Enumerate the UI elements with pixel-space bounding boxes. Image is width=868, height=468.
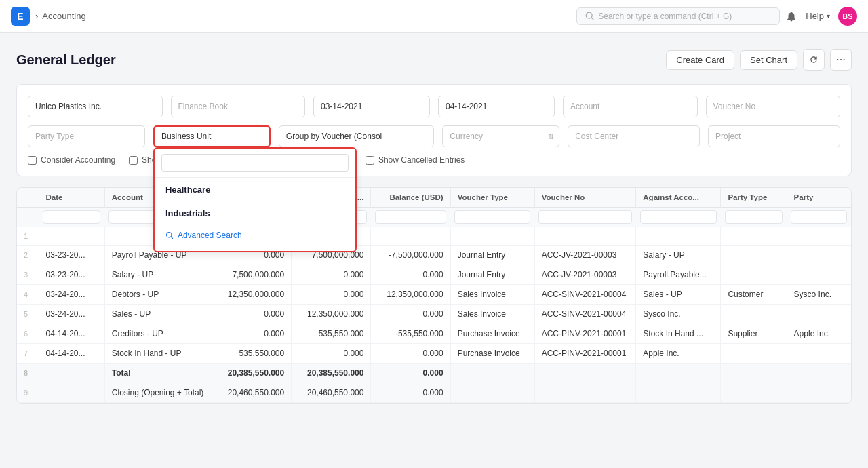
- cell-party-type: Supplier: [721, 324, 787, 344]
- create-card-button[interactable]: Create Card: [666, 50, 734, 70]
- filter-cell-against: [636, 208, 721, 227]
- refresh-button[interactable]: [803, 49, 825, 71]
- filter-voucher-type-input[interactable]: [454, 210, 530, 224]
- cell-balance: [371, 227, 450, 246]
- table-row: 403-24-20...Debtors - UP12,350,000.0000.…: [17, 285, 851, 305]
- cell-voucher-type: Purchase Invoice: [450, 344, 534, 364]
- col-balance: Balance (USD): [371, 188, 450, 208]
- cell-balance: -535,550.000: [371, 324, 450, 344]
- voucher-no-input[interactable]: [706, 96, 841, 117]
- cell-date: 04-14-20...: [39, 324, 104, 344]
- chevron-down-icon: ▾: [827, 12, 830, 20]
- table-row: 303-23-20...Salary - UP7,500,000.0000.00…: [17, 265, 851, 285]
- group-by-input[interactable]: [279, 125, 434, 147]
- dropdown-item-healthcare[interactable]: Healthcare: [155, 178, 355, 201]
- notification-button[interactable]: [785, 10, 797, 22]
- party-type-input[interactable]: [28, 125, 145, 147]
- cell-against: Sysco Inc.: [636, 305, 721, 324]
- cell-party-type: Customer: [721, 285, 787, 305]
- cell-against: Salary - UP: [636, 246, 721, 265]
- filter-cell-party: [787, 208, 851, 227]
- cell-party-type: [721, 227, 787, 246]
- show-cancelled-checkbox[interactable]: [366, 156, 374, 165]
- cell-date: [39, 383, 104, 403]
- cell-voucher-type: Sales Invoice: [450, 285, 534, 305]
- cell-against: Sales - UP: [636, 285, 721, 305]
- cell-credit: 12,350,000.000: [292, 305, 371, 324]
- table-row: 604-14-20...Creditors - UP0.000535,550.0…: [17, 324, 851, 344]
- cell-balance: 0.000: [371, 344, 450, 364]
- cell-debit: 0.000: [212, 305, 291, 324]
- main-content: General Ledger Create Card Set Chart: [0, 33, 868, 404]
- col-party: Party: [787, 188, 851, 208]
- avatar[interactable]: BS: [838, 7, 857, 26]
- cell-against: Stock In Hand ...: [636, 324, 721, 344]
- col-voucher-type: Voucher Type: [450, 188, 534, 208]
- filter-against-input[interactable]: [640, 210, 717, 224]
- cell-voucher-type: [450, 227, 534, 246]
- cell-idx: 2: [17, 246, 39, 265]
- project-input[interactable]: [708, 125, 840, 147]
- cell-credit: 0.000: [292, 285, 371, 305]
- cell-debit: 20,460,550.000: [212, 383, 291, 403]
- business-unit-input[interactable]: [153, 125, 271, 147]
- cell-balance: 0.000: [371, 383, 450, 403]
- breadcrumb-accounting[interactable]: Accounting: [42, 11, 85, 21]
- more-options-button[interactable]: [830, 49, 852, 71]
- filter-balance-input[interactable]: [375, 210, 446, 224]
- cell-credit: 0.000: [292, 265, 371, 285]
- from-date-input[interactable]: [313, 96, 430, 117]
- cost-center-input[interactable]: [568, 125, 700, 147]
- business-unit-dropdown: Healthcare Industrials Advanced Search: [153, 147, 357, 252]
- navbar-actions: Help ▾ BS: [785, 7, 857, 26]
- cell-voucher-no: ACC-JV-2021-00003: [534, 265, 636, 285]
- cell-date: 03-24-20...: [39, 305, 104, 324]
- dropdown-item-industrials[interactable]: Industrials: [155, 201, 355, 225]
- filter-date-input[interactable]: [43, 210, 100, 224]
- cell-party: [787, 305, 851, 324]
- help-button[interactable]: Help ▾: [806, 11, 830, 21]
- set-chart-button[interactable]: Set Chart: [740, 50, 797, 70]
- table-row: 704-14-20...Stock In Hand - UP535,550.00…: [17, 344, 851, 364]
- app-logo[interactable]: E: [11, 7, 30, 26]
- cell-balance: 0.000: [371, 265, 450, 285]
- cell-idx: 9: [17, 383, 39, 403]
- cell-debit: 12,350,000.000: [212, 285, 291, 305]
- col-idx: [17, 188, 39, 208]
- cell-party: Sysco Inc.: [787, 285, 851, 305]
- cell-voucher-no: ACC-SINV-2021-00004: [534, 305, 636, 324]
- svg-line-1: [591, 18, 593, 20]
- cell-voucher-type: Purchase Invoice: [450, 324, 534, 344]
- cell-against: Payroll Payable...: [636, 265, 721, 285]
- cell-voucher-no: [534, 227, 636, 246]
- filter-cell-date: [39, 208, 104, 227]
- filter-voucher-no-input[interactable]: [538, 210, 632, 224]
- show-opening-entries-checkbox[interactable]: [129, 156, 138, 165]
- finance-book-input[interactable]: [171, 96, 306, 117]
- filters-section: Healthcare Industrials Advanced Search ⇅: [16, 84, 852, 176]
- cell-party: [787, 364, 851, 383]
- search-icon: [585, 12, 594, 20]
- account-input[interactable]: [563, 96, 698, 117]
- page-title: General Ledger: [16, 52, 116, 68]
- cell-voucher-no: ACC-PINV-2021-00001: [534, 324, 636, 344]
- company-input[interactable]: [28, 96, 163, 117]
- cell-account: Stock In Hand - UP: [104, 344, 212, 364]
- svg-point-4: [844, 59, 845, 60]
- dropdown-search-field: [155, 149, 355, 178]
- navbar: E › Accounting Search or type a command …: [0, 0, 868, 33]
- consider-accounting-checkbox[interactable]: [28, 156, 37, 165]
- filter-cell-voucher-no: [534, 208, 636, 227]
- global-search-box[interactable]: Search or type a command (Ctrl + G): [576, 7, 780, 25]
- filter-party-type-input[interactable]: [725, 210, 783, 224]
- filter-party-input[interactable]: [791, 210, 847, 224]
- to-date-input[interactable]: [438, 96, 555, 117]
- show-cancelled-checkbox-label[interactable]: Show Cancelled Entries: [366, 155, 465, 165]
- cell-idx: 6: [17, 324, 39, 344]
- advanced-search-link[interactable]: Advanced Search: [155, 225, 355, 246]
- consider-accounting-checkbox-label[interactable]: Consider Accounting: [28, 155, 115, 165]
- cell-party-type: [721, 344, 787, 364]
- dropdown-search-input[interactable]: [161, 154, 349, 172]
- currency-input[interactable]: [442, 125, 559, 147]
- ledger-table-wrap: Date Account Debit (USD) Credit (US... B…: [16, 187, 852, 404]
